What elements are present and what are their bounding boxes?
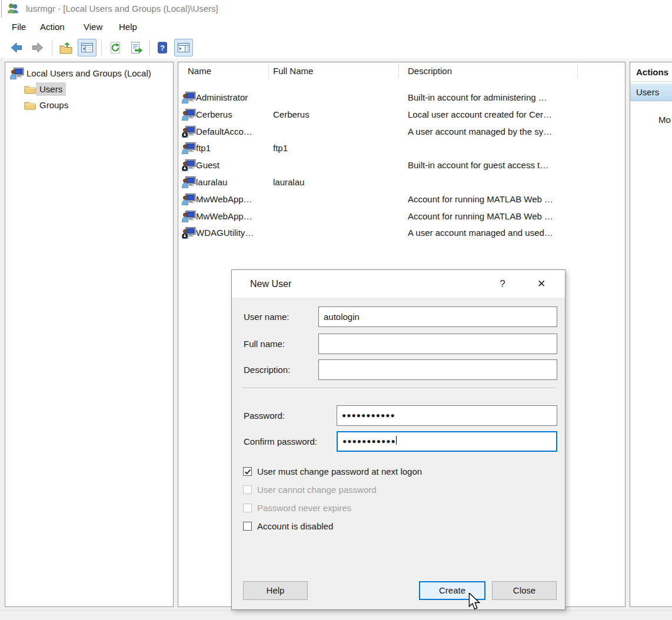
export-list-icon	[129, 41, 144, 55]
user-name-cell: Administrator	[196, 89, 248, 106]
user-name-cell: WDAGUtility…	[196, 224, 254, 241]
user-icon	[182, 211, 196, 222]
full-name-cell: lauralau	[273, 174, 304, 191]
show-console-tree-icon	[80, 41, 94, 55]
help-dialog-button[interactable]: Help	[243, 581, 308, 600]
table-row[interactable]: MwWebApp… Account for running MATLAB Web…	[178, 191, 625, 208]
user-name-cell: ftp1	[196, 139, 211, 156]
description-cell: A user account managed by the sy…	[408, 123, 552, 140]
full-name-label: Full name:	[244, 334, 285, 354]
show-console-tree-button[interactable]	[78, 39, 97, 56]
column-separator[interactable]	[398, 64, 399, 79]
folder-icon	[24, 101, 36, 110]
tree-groups-label: Groups	[39, 98, 68, 112]
lusrmgr-window: lusrmgr - [Local Users and Groups (Local…	[0, 0, 672, 620]
checkbox-unchecked-icon	[243, 522, 252, 531]
description-label: Description:	[244, 359, 290, 380]
column-header-name[interactable]: Name	[188, 62, 211, 80]
checkbox-label: User must change password at next logon	[257, 466, 422, 478]
checkbox-unchecked-icon	[243, 504, 252, 512]
new-user-dialog: New User ? ✕ User name: autologin Full n…	[231, 269, 565, 610]
computer-user-icon	[10, 68, 24, 79]
help-icon	[156, 41, 169, 54]
title-bar: lusrmgr - [Local Users and Groups (Local…	[0, 0, 672, 18]
status-bar	[0, 610, 672, 620]
user-name-cell: Guest	[196, 156, 219, 174]
table-row[interactable]: Guest Built-in account for guest access …	[178, 156, 625, 174]
table-row[interactable]: lauralau lauralau	[178, 174, 625, 191]
description-cell: Account for running MATLAB Web …	[408, 208, 553, 225]
tree-item-users[interactable]: Users	[5, 82, 173, 96]
table-row[interactable]: MwWebApp… Account for running MATLAB Web…	[178, 208, 625, 225]
confirm-password-field[interactable]: ●●●●●●●●●●●	[337, 431, 557, 452]
forward-icon	[30, 41, 45, 54]
toolbar-separator	[101, 40, 102, 55]
folder-icon	[24, 85, 36, 94]
menu-help[interactable]: Help	[119, 18, 137, 36]
menu-action[interactable]: Action	[40, 18, 65, 36]
mouse-cursor	[468, 593, 481, 611]
tree-users-selection: Users	[36, 82, 66, 96]
dialog-title: New User	[250, 270, 291, 298]
column-separator[interactable]	[268, 64, 269, 79]
actions-pane: Actions Users Mo	[630, 62, 672, 607]
table-row[interactable]: DefaultAcco… A user account managed by t…	[178, 123, 625, 140]
user-icon	[182, 109, 196, 121]
table-row[interactable]: ftp1 ftp1	[178, 139, 625, 156]
tree-users-label: Users	[39, 84, 62, 94]
dialog-close-icon[interactable]: ✕	[535, 270, 548, 298]
show-action-pane-button[interactable]	[174, 39, 193, 56]
menu-file[interactable]: File	[12, 18, 26, 36]
more-actions-label[interactable]: Mo	[658, 113, 671, 127]
export-list-button[interactable]	[127, 39, 146, 56]
user-name-cell: MwWebApp…	[196, 191, 252, 208]
user-icon	[182, 92, 196, 104]
help-button[interactable]	[153, 39, 172, 56]
refresh-button[interactable]	[106, 39, 125, 56]
tree-item-groups[interactable]: Groups	[5, 98, 173, 112]
table-row[interactable]: Cerberus Cerberus Local user account cre…	[178, 106, 625, 123]
up-folder-button[interactable]	[56, 39, 75, 56]
description-cell: Local user account created for Cer…	[408, 106, 552, 123]
user-disabled-icon	[182, 126, 196, 138]
tree-root-item[interactable]: Local Users and Groups (Local)	[5, 66, 173, 81]
user-name-cell: Cerberus	[196, 106, 232, 123]
description-cell: Account for running MATLAB Web …	[408, 191, 553, 208]
description-cell: Built-in account for administering …	[408, 89, 547, 106]
confirm-password-mask: ●●●●●●●●●●●	[342, 437, 396, 445]
user-name-cell: lauralau	[196, 174, 227, 191]
close-button[interactable]: Close	[492, 581, 557, 600]
full-name-cell: ftp1	[273, 139, 288, 156]
refresh-icon	[108, 41, 122, 55]
dialog-help-icon[interactable]: ?	[496, 270, 509, 298]
toolbar-separator	[52, 40, 52, 55]
up-folder-icon	[59, 41, 73, 55]
actions-users-item[interactable]: Users	[630, 84, 672, 101]
user-name-cell: DefaultAcco…	[196, 123, 252, 140]
description-cell: Built-in account for guest access t…	[408, 156, 548, 174]
checkbox-unchecked-icon	[243, 485, 252, 494]
table-row[interactable]: Administrator Built-in account for admin…	[178, 89, 625, 106]
text-caret	[396, 436, 397, 445]
table-row[interactable]: WDAGUtility… A user account managed and …	[178, 224, 625, 241]
user-name-field[interactable]: autologin	[318, 306, 557, 327]
dialog-title-bar: New User ? ✕	[232, 270, 565, 298]
check-mark-icon	[244, 468, 251, 475]
window-title: lusrmgr - [Local Users and Groups (Local…	[26, 0, 218, 18]
forward-button[interactable]	[28, 39, 47, 56]
full-name-field[interactable]	[318, 334, 557, 354]
checkbox-label: User cannot change password	[257, 484, 377, 496]
password-field[interactable]: ●●●●●●●●●●●	[337, 405, 557, 426]
menu-view[interactable]: View	[84, 18, 102, 36]
dialog-separator	[242, 388, 556, 389]
back-icon	[9, 41, 24, 54]
column-header-full-name[interactable]: Full Name	[273, 62, 313, 80]
full-name-cell: Cerberus	[273, 106, 310, 123]
toolbar	[0, 36, 672, 59]
tree-root-label: Local Users and Groups (Local)	[26, 66, 151, 81]
description-field[interactable]	[318, 359, 557, 380]
column-header-description[interactable]: Description	[408, 62, 452, 80]
column-separator[interactable]	[577, 64, 578, 79]
app-icon	[7, 2, 20, 15]
back-button[interactable]	[7, 39, 26, 56]
